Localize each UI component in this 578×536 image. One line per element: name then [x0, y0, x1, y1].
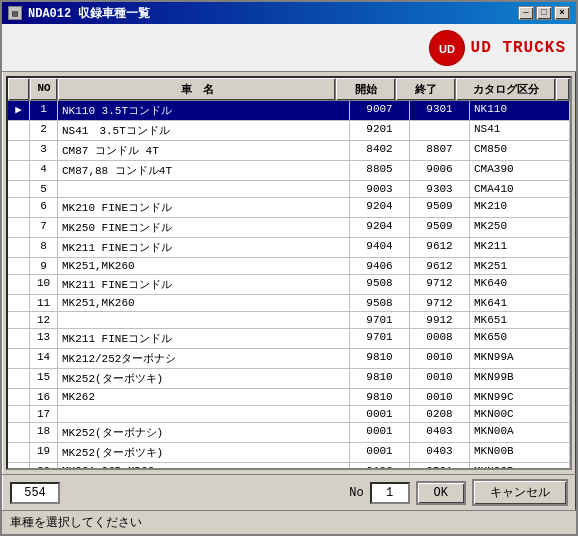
- table-row[interactable]: 13MK211 FINEコンドル97010008MK650: [8, 329, 570, 349]
- table-row[interactable]: 18MK252(ターボナシ)00010403MKN00A: [8, 423, 570, 443]
- window-icon: ▤: [8, 6, 22, 20]
- table-row[interactable]: 20MK26A,26B MD9201060501MKN02B: [8, 463, 570, 468]
- row-no: 13: [30, 329, 58, 348]
- row-name: [58, 312, 350, 328]
- row-arrow: [8, 369, 30, 388]
- title-bar-left: ▤ NDA012 収録車種一覧: [8, 5, 150, 22]
- logo-container: UD UD TRUCKS: [429, 30, 566, 66]
- row-name: MK252(ターボツキ): [58, 443, 350, 462]
- row-no: 18: [30, 423, 58, 442]
- row-end: 0010: [410, 369, 470, 388]
- table-row[interactable]: 16MK26298100010MKN99C: [8, 389, 570, 406]
- row-arrow: [8, 406, 30, 422]
- row-start: 9201: [350, 121, 410, 140]
- no-input[interactable]: 1: [370, 482, 410, 504]
- row-catalog: NS41: [470, 121, 570, 140]
- row-name: MK212/252ターボナシ: [58, 349, 350, 368]
- row-catalog: MKN00B: [470, 443, 570, 462]
- row-arrow: ▶: [8, 101, 30, 120]
- row-name: MK250 FINEコンドル: [58, 218, 350, 237]
- row-start: 0001: [350, 406, 410, 422]
- row-name: MK26A,26B MD92: [58, 463, 350, 468]
- row-end: 9301: [410, 101, 470, 120]
- table-row[interactable]: 1297019912MK651: [8, 312, 570, 329]
- main-window: ▤ NDA012 収録車種一覧 ─ □ × UD UD TRUCKS NO 車 …: [0, 0, 578, 536]
- row-start: 9508: [350, 295, 410, 311]
- cancel-button[interactable]: キャンセル: [472, 479, 568, 506]
- row-no: 17: [30, 406, 58, 422]
- table-row[interactable]: 3CM87 コンドル 4T84028807CM850: [8, 141, 570, 161]
- row-catalog: MKN99C: [470, 389, 570, 405]
- row-catalog: MKN02B: [470, 463, 570, 468]
- row-arrow: [8, 329, 30, 348]
- row-start: 9404: [350, 238, 410, 257]
- row-no: 5: [30, 181, 58, 197]
- title-bar: ▤ NDA012 収録車種一覧 ─ □ ×: [2, 2, 576, 24]
- table-row[interactable]: 9MK251,MK26094069612MK251: [8, 258, 570, 275]
- row-end: 9509: [410, 198, 470, 217]
- minimize-button[interactable]: ─: [518, 6, 534, 20]
- table-row[interactable]: 7MK250 FINEコンドル92049509MK250: [8, 218, 570, 238]
- row-end: 0010: [410, 389, 470, 405]
- row-arrow: [8, 463, 30, 468]
- row-no: 16: [30, 389, 58, 405]
- row-no: 9: [30, 258, 58, 274]
- row-arrow: [8, 121, 30, 140]
- table-row[interactable]: 19MK252(ターボツキ)00010403MKN00B: [8, 443, 570, 463]
- col-no: NO: [30, 78, 58, 100]
- row-name: NK110 3.5Tコンドル: [58, 101, 350, 120]
- table-row[interactable]: 2NS41 3.5Tコンドル9201NS41: [8, 121, 570, 141]
- row-catalog: MK651: [470, 312, 570, 328]
- row-arrow: [8, 423, 30, 442]
- row-end: 0010: [410, 349, 470, 368]
- footer: 554 No 1 OK キャンセル: [2, 474, 576, 510]
- row-no: 6: [30, 198, 58, 217]
- row-end: 0501: [410, 463, 470, 468]
- row-end: 9303: [410, 181, 470, 197]
- table-row[interactable]: 1700010208MKN00C: [8, 406, 570, 423]
- col-catalog: カタログ区分: [456, 78, 556, 100]
- col-start: 開始: [336, 78, 396, 100]
- row-catalog: MK641: [470, 295, 570, 311]
- row-no: 11: [30, 295, 58, 311]
- maximize-button[interactable]: □: [536, 6, 552, 20]
- row-end: [410, 121, 470, 140]
- row-name: MK251,MK260: [58, 258, 350, 274]
- row-arrow: [8, 312, 30, 328]
- row-name: MK262: [58, 389, 350, 405]
- table-row[interactable]: 15MK252(ターボツキ)98100010MKN99B: [8, 369, 570, 389]
- ok-button[interactable]: OK: [416, 481, 466, 505]
- row-end: 0208: [410, 406, 470, 422]
- row-start: 9007: [350, 101, 410, 120]
- row-arrow: [8, 349, 30, 368]
- table-row[interactable]: 14MK212/252ターボナシ98100010MKN99A: [8, 349, 570, 369]
- row-start: 9810: [350, 369, 410, 388]
- row-catalog: CMA390: [470, 161, 570, 180]
- table-body[interactable]: ▶1NK110 3.5Tコンドル90079301NK1102NS41 3.5Tコ…: [8, 101, 570, 468]
- no-label: No: [349, 486, 363, 500]
- table-row[interactable]: 10MK211 FINEコンドル95089712MK640: [8, 275, 570, 295]
- table-row[interactable]: 6MK210 FINEコンドル92049509MK210: [8, 198, 570, 218]
- close-button[interactable]: ×: [554, 6, 570, 20]
- table-row[interactable]: ▶1NK110 3.5Tコンドル90079301NK110: [8, 101, 570, 121]
- row-name: MK211 FINEコンドル: [58, 329, 350, 348]
- row-start: 0001: [350, 423, 410, 442]
- row-no: 7: [30, 218, 58, 237]
- row-catalog: MK251: [470, 258, 570, 274]
- row-no: 14: [30, 349, 58, 368]
- table-row[interactable]: 11MK251,MK26095089712MK641: [8, 295, 570, 312]
- table-row[interactable]: 4CM87,88 コンドル4T88059006CMA390: [8, 161, 570, 181]
- table-row[interactable]: 590039303CMA410: [8, 181, 570, 198]
- row-catalog: CM850: [470, 141, 570, 160]
- table-row[interactable]: 8MK211 FINEコンドル94049612MK211: [8, 238, 570, 258]
- row-arrow: [8, 181, 30, 197]
- row-end: 8807: [410, 141, 470, 160]
- row-arrow: [8, 443, 30, 462]
- row-arrow: [8, 218, 30, 237]
- row-arrow: [8, 141, 30, 160]
- row-name: MK210 FINEコンドル: [58, 198, 350, 217]
- row-no: 12: [30, 312, 58, 328]
- row-no: 3: [30, 141, 58, 160]
- row-end: 9612: [410, 258, 470, 274]
- row-start: 9406: [350, 258, 410, 274]
